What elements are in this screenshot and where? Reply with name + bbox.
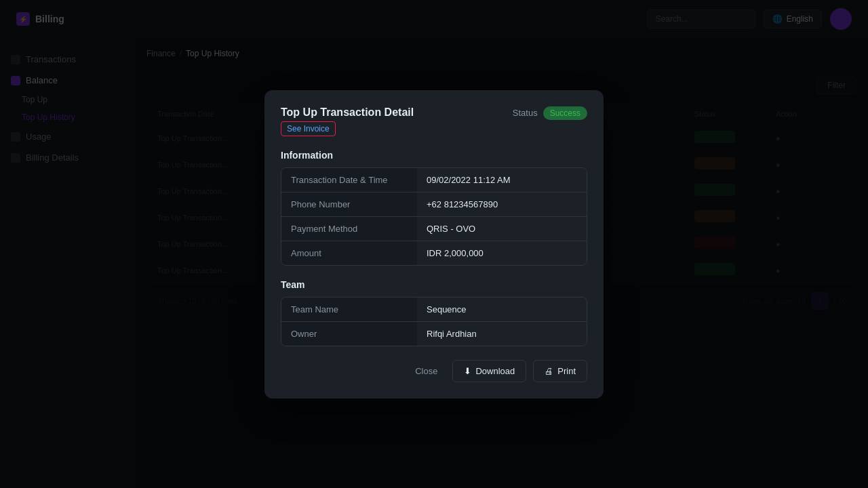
table-row-payment-method: Payment Method QRIS - OVO: [281, 217, 587, 241]
amount-key: Amount: [281, 241, 417, 265]
status-row: Status Success: [513, 106, 587, 120]
status-label: Status: [513, 108, 538, 118]
table-row-phone: Phone Number +62 81234567890: [281, 192, 587, 217]
print-icon: 🖨: [545, 366, 553, 376]
close-button[interactable]: Close: [407, 361, 446, 382]
phone-value: +62 81234567890: [417, 192, 587, 216]
owner-key: Owner: [281, 322, 417, 346]
see-invoice-button[interactable]: See Invoice: [281, 121, 336, 136]
transaction-detail-modal: Status Success Top Up Transaction Detail…: [264, 90, 604, 399]
team-section-title: Team: [281, 279, 587, 290]
download-icon: ⬇: [464, 366, 471, 376]
team-name-key: Team Name: [281, 298, 417, 321]
modal-footer: Close ⬇ Download 🖨 Print: [281, 360, 587, 382]
table-row-team-name: Team Name Sequence: [281, 298, 587, 322]
team-name-value: Sequence: [417, 298, 587, 321]
owner-value: Rifqi Ardhian: [417, 322, 587, 346]
modal-overlay: Status Success Top Up Transaction Detail…: [0, 0, 868, 488]
table-row-transaction-date: Transaction Date & Time 09/02/2022 11:12…: [281, 168, 587, 192]
download-button[interactable]: ⬇ Download: [452, 360, 526, 382]
payment-method-value: QRIS - OVO: [417, 217, 587, 241]
print-button[interactable]: 🖨 Print: [533, 360, 587, 382]
status-badge: Success: [543, 106, 587, 120]
table-row-amount: Amount IDR 2,000,000: [281, 241, 587, 265]
phone-key: Phone Number: [281, 192, 417, 216]
information-section-title: Information: [281, 150, 587, 161]
team-table: Team Name Sequence Owner Rifqi Ardhian: [281, 297, 587, 346]
transaction-date-value: 09/02/2022 11:12 AM: [417, 168, 587, 192]
information-table: Transaction Date & Time 09/02/2022 11:12…: [281, 167, 587, 266]
amount-value: IDR 2,000,000: [417, 241, 587, 265]
transaction-date-key: Transaction Date & Time: [281, 168, 417, 192]
table-row-owner: Owner Rifqi Ardhian: [281, 322, 587, 346]
payment-method-key: Payment Method: [281, 217, 417, 241]
